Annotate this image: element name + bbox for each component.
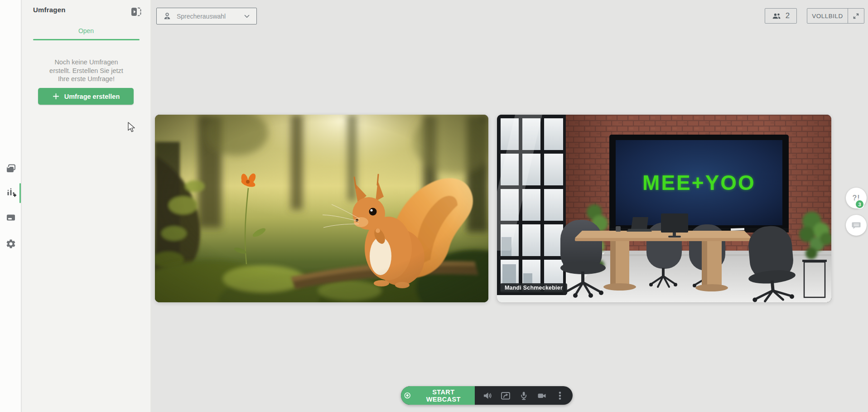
- create-poll-button[interactable]: Umfrage erstellen: [38, 88, 134, 105]
- toolbar-icon-group: [475, 386, 573, 405]
- webcast-toolbar: START WEBCAST: [401, 386, 573, 405]
- screen-share-button[interactable]: [498, 388, 513, 403]
- polls-sidebar: Umfragen Open Noch keine Umfragen erstel…: [22, 0, 151, 412]
- slides-icon: [5, 163, 16, 174]
- sidebar-item-settings[interactable]: [0, 233, 21, 255]
- collapse-panel-button[interactable]: [130, 5, 142, 18]
- create-poll-button-label: Umfrage erstellen: [64, 93, 120, 100]
- empty-state-line: erstellt. Erstellen Sie jetzt: [49, 67, 123, 74]
- fullscreen-label: VOLLBILD: [807, 9, 848, 23]
- meeting-room-image: MEE+YOO MEE+YOO: [497, 115, 831, 302]
- qa-badge: 3: [855, 199, 864, 209]
- empty-state-line: Ihre erste Umfrage!: [58, 75, 115, 82]
- polls-icon: [5, 187, 16, 198]
- volume-button[interactable]: [480, 388, 495, 403]
- speaker-select-label: Sprecherauswahl: [177, 13, 226, 20]
- sidebar-item-slides[interactable]: [0, 158, 21, 179]
- squirrel-forest-image: [155, 115, 488, 302]
- expand-icon: [848, 9, 864, 23]
- participants-count: 2: [786, 11, 790, 20]
- empty-state-text: Noch keine Umfragen erstellt. Erstellen …: [30, 58, 143, 83]
- collapse-panel-icon: [130, 6, 142, 18]
- participants-icon: [772, 11, 781, 21]
- chevron-down-icon: [243, 12, 251, 20]
- plus-icon: [52, 92, 60, 100]
- window: [497, 115, 566, 295]
- speaker-person-icon: [163, 12, 172, 21]
- record-icon: [404, 392, 411, 399]
- sidebar-item-polls[interactable]: [0, 182, 21, 204]
- camera-button[interactable]: [535, 388, 549, 403]
- rail-active-indicator: [19, 183, 21, 203]
- start-webcast-button[interactable]: START WEBCAST: [401, 386, 475, 405]
- participant-name-tag: Mandi Schmeckebier: [500, 283, 567, 293]
- fullscreen-button[interactable]: VOLLBILD: [807, 8, 864, 24]
- sidebar-title: Umfragen: [33, 6, 66, 14]
- screen-logo: MEE+YOO: [642, 171, 756, 194]
- more-vertical-icon: [555, 390, 565, 401]
- start-webcast-label: START WEBCAST: [415, 388, 472, 403]
- screen-share-icon: [500, 390, 511, 401]
- webcast-studio-app: Umfragen Open Noch keine Umfragen erstel…: [0, 0, 868, 412]
- empty-state-line: Noch keine Umfragen: [54, 58, 118, 66]
- more-options-button[interactable]: [553, 388, 567, 403]
- sidebar-item-lower-third[interactable]: [0, 207, 21, 228]
- video-tile-squirrel: [155, 115, 488, 302]
- participants-count-button[interactable]: 2: [765, 8, 797, 24]
- left-icon-rail: [0, 0, 21, 412]
- volume-icon: [482, 390, 493, 401]
- settings-gear-icon: [5, 238, 16, 249]
- chat-icon: [851, 220, 862, 231]
- tab-open-underline: [33, 39, 140, 40]
- microphone-button[interactable]: [516, 388, 531, 403]
- lower-third-icon: [5, 212, 16, 223]
- video-tile-meeting-room: MEE+YOO MEE+YOO: [497, 115, 831, 302]
- camera-icon: [536, 390, 547, 401]
- speaker-select-dropdown[interactable]: Sprecherauswahl: [156, 8, 257, 24]
- chat-button[interactable]: [846, 215, 867, 236]
- microphone-icon: [518, 390, 529, 401]
- tab-open[interactable]: Open: [22, 27, 150, 34]
